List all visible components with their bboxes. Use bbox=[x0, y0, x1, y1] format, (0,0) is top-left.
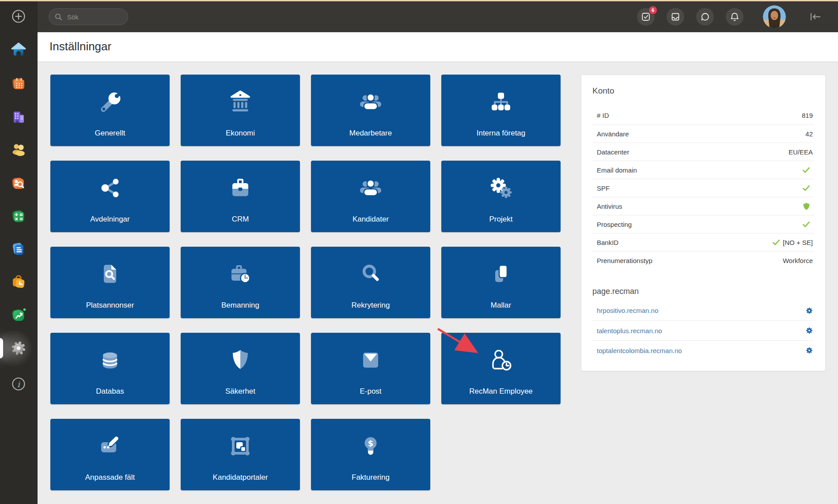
domain-link[interactable]: talentoplus.recman.no bbox=[597, 327, 662, 335]
account-row-value: [NO + SE] bbox=[773, 239, 813, 246]
tile-medarbetare[interactable]: Medarbetare bbox=[311, 75, 430, 146]
person-clock-icon bbox=[441, 338, 561, 382]
tile-label: Databas bbox=[50, 387, 170, 396]
database-icon bbox=[50, 338, 170, 382]
edit-icon bbox=[50, 424, 170, 468]
account-row-label: BankID bbox=[597, 239, 618, 246]
wrench-icon bbox=[50, 80, 170, 124]
tile-label: RecMan Employee bbox=[441, 387, 561, 396]
tile-ekonomi[interactable]: Ekonomi bbox=[181, 75, 300, 146]
search-input[interactable] bbox=[66, 13, 122, 21]
svg-text:i: i bbox=[17, 380, 20, 389]
people-icon bbox=[311, 166, 430, 210]
tile-mallar[interactable]: Mallar bbox=[441, 247, 561, 318]
sidebar-item-reports[interactable] bbox=[10, 307, 27, 323]
sidebar-item-calendar[interactable] bbox=[10, 75, 27, 92]
sidebar-item-company[interactable] bbox=[10, 108, 27, 125]
tile-recman-employee[interactable]: RecMan Employee bbox=[441, 333, 561, 404]
account-row-value: Workforce bbox=[783, 257, 813, 264]
tile-e-post[interactable]: E-post bbox=[311, 333, 430, 404]
topbar-actions: 6 bbox=[625, 5, 838, 28]
candidate-search-icon bbox=[11, 175, 27, 191]
calculator-icon bbox=[11, 208, 27, 224]
tile-bemanning[interactable]: Bemanning bbox=[181, 247, 300, 318]
org-chart-icon bbox=[441, 80, 561, 124]
collapse-icon bbox=[809, 11, 822, 23]
tile-label: E-post bbox=[311, 387, 430, 396]
search-icon bbox=[55, 13, 62, 21]
tile-anpassade-falt[interactable]: Anpassade fält bbox=[50, 419, 170, 490]
search-box[interactable] bbox=[49, 8, 128, 25]
briefcase-icon bbox=[181, 166, 300, 210]
tile-label: Medarbetare bbox=[311, 129, 430, 138]
account-row-value: EU/EEA bbox=[789, 148, 813, 156]
tile-label: Interna företag bbox=[441, 129, 561, 138]
settings-tile-grid: Generellt Ekonomi Medarbetare Interna fö… bbox=[50, 75, 561, 490]
domain-settings-button[interactable] bbox=[806, 347, 813, 354]
sidebar-item-time[interactable] bbox=[10, 274, 27, 290]
sidebar-item-candidate-search[interactable] bbox=[10, 175, 27, 192]
tasks-button[interactable]: 6 bbox=[637, 8, 655, 26]
tile-label: Anpassade fält bbox=[50, 473, 170, 482]
sidebar-item-documents[interactable] bbox=[10, 241, 27, 257]
domain-row-talentoplus-recman-no: talentoplus.recman.no bbox=[592, 320, 814, 340]
check-icon bbox=[773, 240, 780, 245]
sidebar-item-add-circle[interactable] bbox=[10, 8, 27, 25]
add-circle-icon bbox=[11, 8, 27, 24]
tile-databas[interactable]: Databas bbox=[50, 333, 170, 404]
account-row-bankid: BankID [NO + SE] bbox=[592, 233, 814, 251]
domain-settings-button[interactable] bbox=[806, 327, 813, 334]
account-row-value bbox=[803, 222, 813, 227]
tile-label: Säkerhet bbox=[181, 387, 300, 396]
account-row-label: Användare bbox=[597, 130, 629, 138]
tile-platsannonser[interactable]: Platsannonser bbox=[50, 247, 170, 318]
account-row-datacenter: Datacenter EU/EEA bbox=[592, 143, 814, 161]
account-row-label: Antivirus bbox=[597, 203, 622, 210]
tile-fakturering[interactable]: $ Fakturering bbox=[311, 419, 430, 490]
tile-sakerhet[interactable]: Säkerhet bbox=[181, 333, 300, 404]
sidebar-item-contacts[interactable] bbox=[10, 141, 27, 158]
user-avatar[interactable] bbox=[763, 5, 786, 28]
sidebar-item-settings[interactable] bbox=[10, 340, 27, 357]
tile-interna-foretag[interactable]: Interna företag bbox=[441, 75, 561, 146]
gear-icon bbox=[806, 327, 813, 334]
chat-button[interactable] bbox=[696, 8, 714, 26]
notifications-button[interactable] bbox=[726, 8, 743, 26]
sidebar-item-home[interactable] bbox=[10, 41, 27, 58]
collapse-panel-button[interactable] bbox=[809, 11, 822, 23]
tile-crm[interactable]: CRM bbox=[181, 161, 300, 232]
portal-frame-icon bbox=[181, 424, 300, 468]
check-icon bbox=[803, 222, 810, 227]
tile-label: Bemanning bbox=[181, 301, 300, 310]
account-row-id: # ID 819 bbox=[592, 106, 814, 124]
documents-icon bbox=[11, 241, 27, 257]
account-row-value bbox=[803, 185, 813, 191]
domain-settings-button[interactable] bbox=[806, 307, 813, 314]
account-panel: Konto # ID 819Användare 42Datacenter EU/… bbox=[581, 75, 826, 371]
tile-kandidatportaler[interactable]: Kandidatportaler bbox=[181, 419, 300, 490]
bulb-dollar-icon: $ bbox=[311, 424, 430, 468]
sidebar-item-info[interactable]: i bbox=[10, 376, 27, 392]
domain-link[interactable]: toptalentcolombia.recman.no bbox=[597, 347, 682, 354]
tile-generellt[interactable]: Generellt bbox=[50, 75, 170, 146]
domain-link[interactable]: hrpositivo.recman.no bbox=[597, 307, 658, 314]
settings-icon bbox=[11, 340, 27, 356]
content: Generellt Ekonomi Medarbetare Interna fö… bbox=[38, 61, 838, 504]
tile-label: Kandidatportaler bbox=[181, 473, 300, 482]
tile-label: Platsannonser bbox=[50, 301, 170, 310]
tile-rekrytering[interactable]: Rekrytering bbox=[311, 247, 430, 318]
account-row-value: 819 bbox=[802, 112, 813, 119]
chat-icon bbox=[700, 11, 710, 22]
sidebar-item-calculator[interactable] bbox=[10, 208, 27, 225]
tile-projekt[interactable]: Projekt bbox=[441, 161, 561, 232]
topbar: 6 bbox=[38, 1, 838, 32]
tile-label: Mallar bbox=[441, 301, 561, 310]
company-icon bbox=[11, 109, 27, 124]
page-title: Inställningar bbox=[38, 32, 838, 60]
check-icon bbox=[803, 185, 810, 191]
account-row-label: Prospecting bbox=[597, 221, 632, 228]
tasks-badge: 6 bbox=[648, 6, 657, 15]
tile-kandidater[interactable]: Kandidater bbox=[311, 161, 430, 232]
tile-avdelningar[interactable]: Avdelningar bbox=[50, 161, 170, 232]
inbox-button[interactable] bbox=[667, 8, 684, 26]
